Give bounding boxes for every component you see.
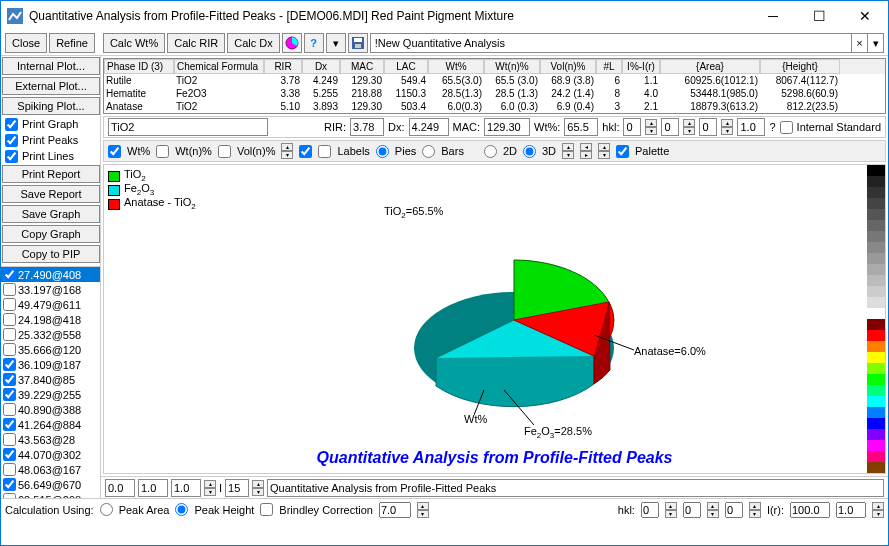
palette-swatch[interactable]	[867, 220, 885, 231]
opt-check-2[interactable]	[299, 145, 312, 158]
palette-swatch[interactable]	[867, 330, 885, 341]
k-spinner[interactable]: ▴▾	[683, 119, 695, 135]
peak-item[interactable]: 27.490@408	[1, 267, 100, 282]
mac-input[interactable]	[484, 118, 530, 136]
copy-pip-button[interactable]: Copy to PIP	[2, 245, 100, 263]
palette-swatch[interactable]	[867, 462, 885, 473]
palette-swatch[interactable]	[867, 429, 885, 440]
peak-item[interactable]: 43.563@28	[1, 432, 100, 447]
h-input[interactable]	[623, 118, 641, 136]
phase-input[interactable]	[108, 118, 268, 136]
analysis-input[interactable]	[370, 33, 852, 53]
palette-swatch[interactable]	[867, 341, 885, 352]
peak-item[interactable]: 39.229@255	[1, 387, 100, 402]
peak-item[interactable]: 24.198@418	[1, 312, 100, 327]
refine-button[interactable]: Refine	[49, 33, 95, 53]
minimize-button[interactable]: ─	[750, 1, 796, 31]
calc-wt-button[interactable]: Calc Wt%	[103, 33, 165, 53]
st-ir[interactable]	[790, 502, 830, 518]
peak-item[interactable]: 36.109@187	[1, 357, 100, 372]
peak-item[interactable]: 48.063@167	[1, 462, 100, 477]
peak-check[interactable]	[3, 463, 16, 476]
peak-item[interactable]: 49.479@611	[1, 297, 100, 312]
phase-table[interactable]: Phase ID (3)Chemical FormulaRIRDxMACLACW…	[103, 58, 886, 114]
palette-swatch[interactable]	[867, 440, 885, 451]
palette-swatch[interactable]	[867, 418, 885, 429]
peak-check[interactable]	[3, 358, 16, 371]
save-icon[interactable]	[348, 33, 368, 53]
opt-spinner-4[interactable]: ▴▾	[598, 143, 610, 159]
wtn-check[interactable]	[156, 145, 169, 158]
peak-check[interactable]	[3, 298, 16, 311]
peak-check[interactable]	[3, 418, 16, 431]
opt-spinner-1[interactable]: ▴▾	[281, 143, 293, 159]
palette-swatch[interactable]	[867, 253, 885, 264]
opt-spinner-3[interactable]: ◂▸	[580, 143, 592, 159]
bc-spin[interactable]: ▴▾	[417, 502, 429, 518]
external-plot-button[interactable]: External Plot...	[2, 77, 100, 95]
palette-swatch[interactable]	[867, 209, 885, 220]
peak-check[interactable]	[3, 328, 16, 341]
palette-swatch[interactable]	[867, 451, 885, 462]
peak-item[interactable]: 40.890@388	[1, 402, 100, 417]
peak-item[interactable]: 62.515@298	[1, 492, 100, 498]
peak-check[interactable]	[3, 313, 16, 326]
rir-input[interactable]	[350, 118, 384, 136]
peak-check[interactable]	[3, 268, 16, 281]
close-window-button[interactable]: ✕	[842, 1, 888, 31]
dropdown-icon[interactable]: ▾	[326, 33, 346, 53]
palette-swatch[interactable]	[867, 165, 885, 176]
table-row[interactable]: HematiteFe2O33.385.255218.881150.328.5(1…	[104, 87, 885, 100]
color-palette[interactable]	[867, 165, 885, 473]
pie-icon[interactable]	[282, 33, 302, 53]
peak-check[interactable]	[3, 478, 16, 491]
opt-spinner-2[interactable]: ▴▾	[562, 143, 574, 159]
help-icon[interactable]: ?	[304, 33, 324, 53]
dx-input[interactable]	[409, 118, 449, 136]
palette-swatch[interactable]	[867, 407, 885, 418]
palette-swatch[interactable]	[867, 374, 885, 385]
calc-dx-button[interactable]: Calc Dx	[227, 33, 280, 53]
combo-drop-icon[interactable]: ▾	[868, 33, 884, 53]
palette-swatch[interactable]	[867, 187, 885, 198]
palette-swatch[interactable]	[867, 264, 885, 275]
k-input[interactable]	[661, 118, 679, 136]
table-row[interactable]: AnataseTiO25.103.893129.30503.46.0(0.3)6…	[104, 100, 885, 113]
r-input[interactable]	[737, 118, 765, 136]
palette-check[interactable]	[616, 145, 629, 158]
wt-input[interactable]	[564, 118, 598, 136]
maximize-button[interactable]: ☐	[796, 1, 842, 31]
h-spinner[interactable]: ▴▾	[645, 119, 657, 135]
palette-swatch[interactable]	[867, 286, 885, 297]
palette-swatch[interactable]	[867, 308, 885, 319]
table-row[interactable]: RutileTiO23.784.249129.30549.465.5(3.0)6…	[104, 74, 885, 87]
peak-check[interactable]	[3, 373, 16, 386]
st-last[interactable]	[836, 502, 866, 518]
intstd-check[interactable]	[780, 121, 793, 134]
save-graph-button[interactable]: Save Graph	[2, 205, 100, 223]
palette-swatch[interactable]	[867, 385, 885, 396]
peak-area-radio[interactable]	[100, 503, 113, 516]
print-graph-check[interactable]	[5, 118, 18, 131]
l-spinner[interactable]: ▴▾	[721, 119, 733, 135]
2d-radio[interactable]	[484, 145, 497, 158]
st-l[interactable]	[725, 502, 743, 518]
peak-item[interactable]: 35.666@120	[1, 342, 100, 357]
palette-swatch[interactable]	[867, 231, 885, 242]
peak-item[interactable]: 25.332@558	[1, 327, 100, 342]
close-button[interactable]: Close	[5, 33, 47, 53]
peak-item[interactable]: 56.649@670	[1, 477, 100, 492]
bars-radio[interactable]	[422, 145, 435, 158]
calc-rir-button[interactable]: Calc RIR	[167, 33, 225, 53]
palette-swatch[interactable]	[867, 275, 885, 286]
l-input[interactable]	[699, 118, 717, 136]
print-peaks-check[interactable]	[5, 134, 18, 147]
pies-radio[interactable]	[376, 145, 389, 158]
print-lines-check[interactable]	[5, 150, 18, 163]
save-report-button[interactable]: Save Report	[2, 185, 100, 203]
internal-plot-button[interactable]: Internal Plot...	[2, 57, 100, 75]
palette-swatch[interactable]	[867, 198, 885, 209]
peak-item[interactable]: 41.264@884	[1, 417, 100, 432]
bot-v3[interactable]	[171, 479, 201, 497]
labels-check[interactable]	[318, 145, 331, 158]
